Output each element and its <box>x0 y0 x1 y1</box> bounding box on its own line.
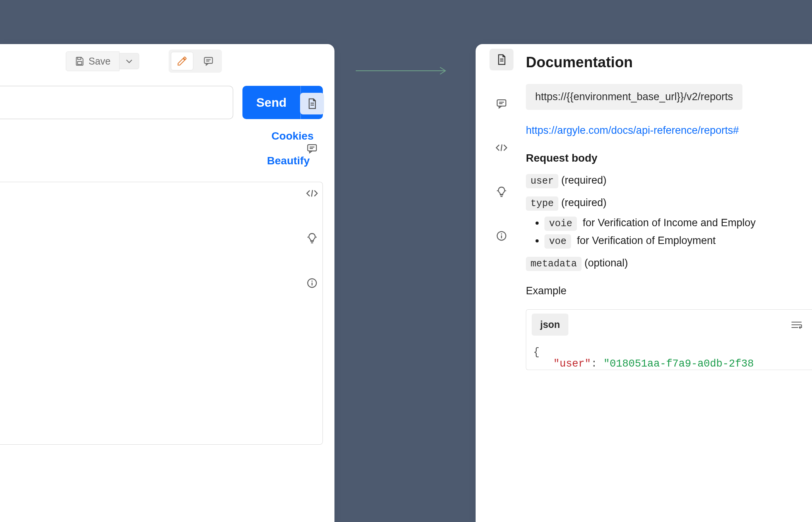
svg-line-22 <box>501 145 502 151</box>
documentation-title: Documentation <box>526 54 812 71</box>
lightbulb-icon <box>495 186 508 198</box>
request-panel: Save <box>0 44 334 522</box>
toolbar: Save <box>0 44 334 78</box>
chevron-down-icon <box>126 59 133 63</box>
code-block: json { "user": "018051aa-f7a9-a0db-2f38 <box>526 309 812 370</box>
comment-icon <box>203 56 214 67</box>
rail-comments-button[interactable] <box>300 138 324 159</box>
save-icon <box>75 56 85 66</box>
lightbulb-icon <box>306 232 318 244</box>
info-icon <box>306 277 318 289</box>
document-icon <box>306 98 318 109</box>
code-language-badge: json <box>532 314 568 336</box>
param-metadata: metadata (optional) <box>526 257 812 270</box>
body-editor[interactable] <box>0 182 323 445</box>
svg-rect-2 <box>78 61 82 65</box>
svg-rect-3 <box>204 58 212 63</box>
rail-tips-button[interactable] <box>490 181 513 203</box>
edit-comment-group <box>169 49 222 73</box>
info-icon <box>496 230 507 242</box>
rail-info-button[interactable] <box>490 225 513 247</box>
type-voie-text: for Verification of Income and Employ <box>583 217 756 229</box>
save-dropdown-caret[interactable] <box>119 53 139 69</box>
request-body-heading: Request body <box>526 152 812 164</box>
svg-rect-1 <box>78 57 81 59</box>
rail-documentation-button[interactable] <box>490 49 513 70</box>
svg-point-26 <box>501 234 502 235</box>
type-voie-code: voie <box>544 217 577 231</box>
param-type-required: (required) <box>561 197 607 208</box>
documentation-panel: Documentation https://{{environment_base… <box>476 44 812 522</box>
svg-rect-19 <box>497 100 506 106</box>
url-row: Send <box>0 78 334 119</box>
param-user: user (required) <box>526 174 812 187</box>
param-type-name: type <box>526 196 558 211</box>
rail-comments-button[interactable] <box>490 93 513 114</box>
rail-tips-button[interactable] <box>300 227 324 249</box>
svg-rect-8 <box>308 145 317 151</box>
pencil-icon <box>177 56 188 67</box>
example-label: Example <box>526 285 812 297</box>
right-side-rail <box>484 49 519 269</box>
docs-external-link[interactable]: https://argyle.com/docs/api-reference/re… <box>526 125 812 136</box>
code-icon <box>305 188 319 199</box>
comment-icon <box>306 143 318 154</box>
wrap-icon[interactable] <box>790 320 803 329</box>
send-label: Send <box>256 96 287 110</box>
rail-code-button[interactable] <box>300 183 324 204</box>
edit-button[interactable] <box>171 52 193 70</box>
save-label: Save <box>89 56 111 67</box>
comment-button[interactable] <box>197 52 220 70</box>
code-key-user: "user" <box>553 358 591 370</box>
rail-documentation-button[interactable] <box>300 93 324 114</box>
document-icon <box>496 54 507 65</box>
code-open-brace: { <box>533 346 539 358</box>
type-option-voe: voe for Verification of Employment <box>544 235 812 247</box>
cookies-row: Cookies <box>0 119 334 142</box>
svg-point-15 <box>312 281 313 282</box>
rail-code-button[interactable] <box>490 137 513 159</box>
documentation-content: Documentation https://{{environment_base… <box>526 54 812 370</box>
param-user-required: (required) <box>561 174 607 186</box>
endpoint-url: https://{{environment_base_url}}/v2/repo… <box>526 84 742 110</box>
type-voe-code: voe <box>544 234 571 249</box>
param-user-name: user <box>526 174 558 188</box>
beautify-row: Beautify <box>0 142 334 167</box>
save-button-group: Save <box>66 51 139 71</box>
param-metadata-name: metadata <box>526 257 582 271</box>
type-voe-text: for Verification of Employment <box>577 235 716 246</box>
code-block-header: json <box>526 310 812 339</box>
rail-info-button[interactable] <box>300 272 324 294</box>
param-metadata-optional: (optional) <box>585 257 628 269</box>
send-button[interactable]: Send <box>242 86 300 119</box>
param-type: type (required) <box>526 197 812 209</box>
save-button[interactable]: Save <box>66 51 119 71</box>
code-val-user: "018051aa-f7a9-a0db-2f38 <box>604 358 754 370</box>
connector-arrow <box>356 65 450 67</box>
svg-line-11 <box>312 190 312 197</box>
type-options-list: voie for Verification of Income and Empl… <box>526 217 812 247</box>
url-input[interactable] <box>0 86 233 119</box>
code-colon: : <box>591 358 597 370</box>
left-side-rail <box>295 93 329 317</box>
type-option-voie: voie for Verification of Income and Empl… <box>544 217 812 229</box>
code-body[interactable]: { "user": "018051aa-f7a9-a0db-2f38 <box>526 339 812 370</box>
code-icon <box>495 142 508 154</box>
comment-icon <box>496 98 507 109</box>
